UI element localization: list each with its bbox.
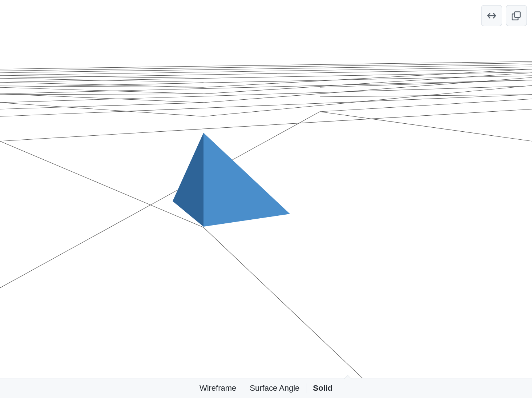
svg-rect-34 bbox=[515, 12, 520, 17]
swap-horizontal-icon bbox=[486, 10, 497, 21]
mode-surface-angle-button[interactable]: Surface Angle bbox=[243, 382, 306, 394]
popout-button[interactable] bbox=[506, 5, 527, 26]
svg-line-21 bbox=[320, 112, 532, 141]
svg-line-28 bbox=[0, 103, 203, 109]
svg-line-0 bbox=[0, 112, 320, 378]
viewport-3d[interactable] bbox=[0, 0, 532, 378]
popout-icon bbox=[511, 11, 521, 21]
svg-line-2 bbox=[0, 109, 532, 141]
svg-marker-31 bbox=[203, 133, 290, 227]
swap-view-button[interactable] bbox=[481, 5, 502, 26]
mode-wireframe-button[interactable]: Wireframe bbox=[193, 382, 243, 394]
viewer-toolbar bbox=[481, 5, 527, 26]
svg-line-1 bbox=[320, 99, 532, 112]
svg-line-14 bbox=[0, 141, 203, 227]
svg-line-29 bbox=[0, 94, 203, 95]
svg-line-5 bbox=[0, 80, 532, 94]
svg-line-10 bbox=[0, 65, 532, 73]
svg-line-26 bbox=[203, 73, 532, 94]
svg-line-6 bbox=[0, 76, 532, 87]
svg-line-23 bbox=[320, 80, 532, 87]
ground-grid bbox=[0, 0, 532, 378]
active-mode-pointer bbox=[344, 375, 351, 379]
mode-solid-button[interactable]: Solid bbox=[306, 382, 339, 394]
svg-line-11 bbox=[0, 63, 532, 71]
svg-line-16 bbox=[0, 94, 203, 103]
render-mode-bar: WireframeSurface AngleSolid bbox=[0, 378, 532, 398]
svg-line-13 bbox=[203, 227, 383, 378]
svg-marker-32 bbox=[173, 133, 203, 227]
